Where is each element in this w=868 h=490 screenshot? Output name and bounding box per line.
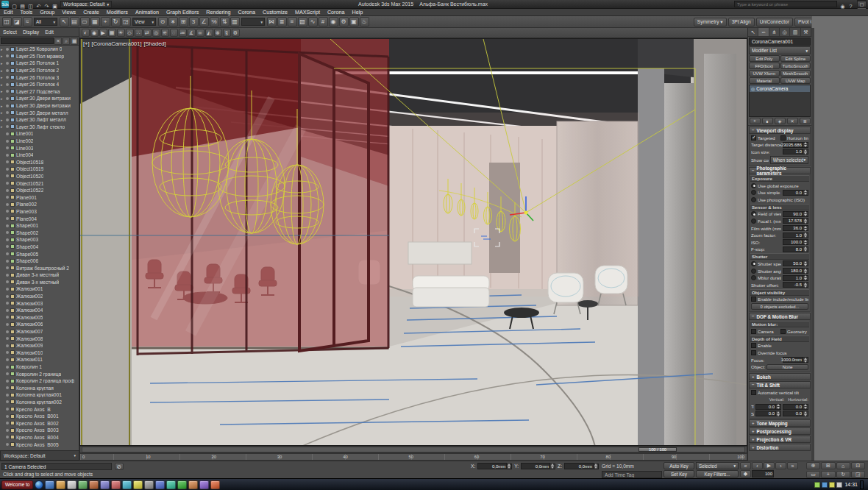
workspace-dropdown-bottom[interactable]: Workspace: Default ▾ [0, 450, 79, 461]
isolate-icon[interactable]: ◌ [170, 29, 178, 37]
scene-item[interactable]: Кресло Axos_B003 [0, 427, 79, 434]
scene-item[interactable]: Shape006 [0, 258, 79, 265]
spinner-icon[interactable] [803, 246, 808, 252]
spinner-snap-icon[interactable]: ⇅ [220, 17, 230, 26]
visibility-dot-icon[interactable] [6, 260, 9, 263]
taskbar-app-icon[interactable] [89, 480, 99, 489]
z-coordinate-field[interactable]: 0,0mm [564, 463, 594, 469]
visibility-dot-icon[interactable] [6, 372, 9, 375]
value-field[interactable]: 0.0 [783, 411, 803, 416]
scene-item[interactable]: Object10518 [0, 159, 79, 166]
spinner-icon[interactable] [776, 411, 781, 416]
spinner-icon[interactable] [803, 232, 808, 238]
measure-icon[interactable]: ∡ [188, 29, 196, 37]
visibility-dot-icon[interactable] [6, 386, 9, 389]
stack-item[interactable]: ◎CoronaCamera [750, 85, 810, 92]
value-field[interactable]: 1.0 [783, 232, 803, 238]
time-slider-thumb[interactable]: 100 / 100 [638, 447, 677, 452]
select-and-rotate-icon[interactable]: ↻ [111, 17, 121, 26]
configure-modifier-sets-icon[interactable]: ≣ [800, 118, 811, 124]
visibility-dot-icon[interactable] [6, 54, 9, 57]
percent-snap-icon[interactable]: % [210, 17, 219, 26]
visibility-dot-icon[interactable] [6, 160, 9, 163]
scene-item[interactable]: ▸Layer:26 Потолок 1 [0, 60, 79, 67]
script-icon[interactable]: § [223, 29, 231, 37]
scene-item[interactable]: Жалюзи004 [0, 307, 79, 314]
modify-tab[interactable]: ∽ [758, 28, 769, 36]
menu-create[interactable]: Create [79, 9, 103, 15]
maximize-button[interactable]: ▢ [857, 1, 867, 7]
scene-item[interactable]: Жалюзи011 [0, 356, 79, 363]
visibility-dot-icon[interactable] [6, 323, 9, 326]
visibility-dot-icon[interactable] [6, 83, 9, 86]
taskbar-app-icon[interactable] [210, 480, 220, 489]
search-icon[interactable]: ⌕ [63, 38, 70, 45]
radio-button[interactable] [751, 197, 756, 202]
object-pick-button[interactable]: None [766, 364, 808, 370]
visibility-dot-icon[interactable] [6, 125, 9, 128]
visibility-dot-icon[interactable] [6, 217, 9, 220]
rollout-header-viewport-display[interactable]: −Viewport display [749, 127, 811, 134]
scene-item[interactable]: Жалюзи003 [0, 299, 79, 307]
scene-item[interactable]: ▸Layer:26 Потолок 4 [0, 81, 79, 88]
welcome-taskbar-button[interactable]: Welcome to [1, 480, 33, 489]
select-and-scale-icon[interactable]: ◲ [121, 17, 131, 26]
scene-item[interactable]: Line004 [0, 152, 79, 159]
corona-toolbar-icon[interactable]: ◐ [82, 29, 90, 37]
spinner-icon[interactable] [803, 268, 808, 274]
visibility-dot-icon[interactable] [6, 408, 9, 411]
align-icon[interactable]: ≣ [277, 17, 287, 26]
scene-item[interactable]: Жалюзи009 [0, 342, 79, 349]
scene-item[interactable]: ▸Layer:25 Пол мрамор [0, 53, 79, 60]
value-field[interactable]: -0.5 [783, 282, 803, 288]
spinner-icon[interactable] [803, 190, 808, 196]
scene-item[interactable]: Plane004 [0, 215, 79, 222]
taskbar-app-icon[interactable] [100, 480, 110, 489]
scene-item[interactable]: Кресло Axos_B005 [0, 441, 79, 448]
visibility-dot-icon[interactable] [6, 351, 9, 354]
visibility-dot-icon[interactable] [6, 288, 9, 291]
window-crossing-icon[interactable]: ▦ [90, 17, 100, 26]
visibility-dot-icon[interactable] [6, 316, 9, 319]
visibility-dot-icon[interactable] [6, 154, 9, 157]
scene-item[interactable]: Object10519 [0, 166, 79, 173]
selection-filter-dropdown[interactable]: All▾ [34, 18, 57, 26]
set-key-button[interactable]: Set Key [664, 470, 694, 477]
menu-group[interactable]: Group [36, 9, 58, 15]
visibility-dot-icon[interactable] [6, 295, 9, 298]
select-and-link-icon[interactable]: ◫ [2, 17, 12, 26]
rollout-header-tilt-shift[interactable]: −Tilt & Shift [749, 381, 811, 388]
radio-button[interactable] [751, 261, 756, 266]
checkbox[interactable] [780, 329, 786, 334]
use-pivot-center-icon[interactable]: ⊙ [158, 17, 168, 26]
modifier-preset-button-turbosmooth[interactable]: TurboSmooth [780, 63, 811, 69]
scene-item[interactable]: Жалюзи007 [0, 328, 79, 335]
corona-render-icon[interactable]: ◉ [90, 29, 99, 37]
visibility-dot-icon[interactable] [6, 422, 9, 425]
render-production-icon[interactable]: ♨ [360, 17, 369, 26]
modifier-stack[interactable]: ◎CoronaCamera [749, 85, 811, 117]
current-frame-field[interactable]: 100 [752, 470, 774, 477]
visibility-dot-icon[interactable] [6, 344, 9, 347]
create-tab[interactable]: ↖ [748, 28, 758, 36]
close-icon[interactable]: ✕ [54, 38, 62, 45]
scene-item[interactable]: Object10520 [0, 173, 79, 180]
play-icon[interactable]: ▶ [764, 462, 775, 469]
scene-item[interactable]: Кресло Axos_B002 [0, 419, 79, 427]
named-sets-dropdown[interactable]: ▾ [241, 18, 265, 26]
go-to-end-icon[interactable]: » [787, 462, 798, 469]
select-and-manipulate-icon[interactable]: ∗ [168, 17, 178, 26]
menu-help[interactable]: Help [349, 9, 367, 15]
rendered-frame-icon[interactable]: ▣ [349, 17, 359, 26]
scene-item[interactable]: Ковролин 1 [0, 363, 79, 371]
visibility-dot-icon[interactable] [6, 48, 9, 51]
taskbar-app-icon[interactable] [177, 480, 187, 489]
scene-item[interactable]: ▸Layer:30 Двери металл [0, 109, 79, 116]
visibility-dot-icon[interactable] [6, 97, 9, 100]
checkbox[interactable] [780, 135, 786, 141]
schematic-view-icon[interactable]: # [319, 17, 328, 26]
menu-modifiers[interactable]: Modifiers [103, 9, 132, 15]
toolbar-button-uniconnector[interactable]: UniConnector [756, 18, 793, 26]
taskbar-app-icon[interactable] [56, 480, 65, 489]
scene-explorer-search-input[interactable] [1, 38, 54, 44]
